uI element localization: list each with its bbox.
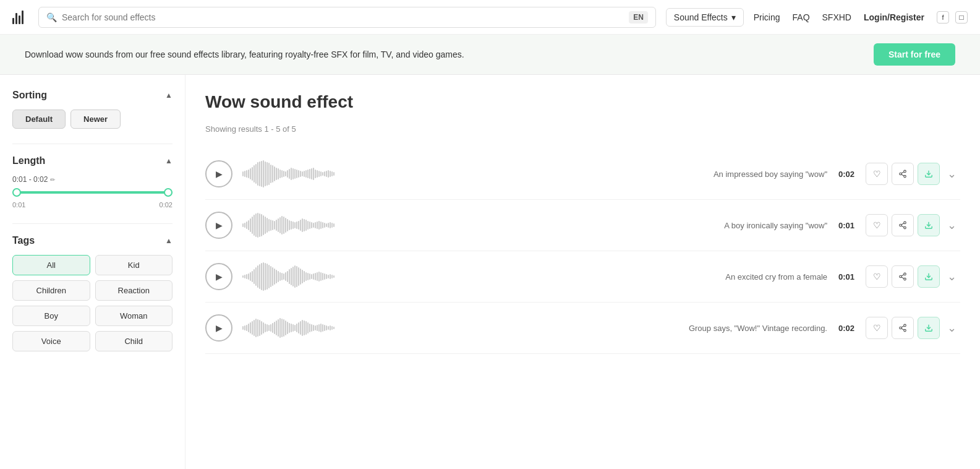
svg-point-19 xyxy=(900,327,902,329)
sorting-title: Sorting xyxy=(12,90,47,101)
slider-track xyxy=(12,191,173,194)
tag-child-button[interactable]: Child xyxy=(95,331,173,351)
svg-point-8 xyxy=(904,226,906,229)
sound-item-3: ▶An excited cry from a female0:01♡⌄ xyxy=(205,251,960,303)
sound-description-4: Group says, "Wow!" Vintage recording. xyxy=(689,324,827,333)
download-button-4[interactable] xyxy=(918,317,940,339)
favorite-button-3[interactable]: ♡ xyxy=(866,265,888,288)
slider-max-label: 0:02 xyxy=(160,201,173,209)
svg-line-3 xyxy=(901,174,904,176)
banner: Download wow sounds from our free sound … xyxy=(0,35,980,75)
favorite-button-1[interactable]: ♡ xyxy=(866,163,888,185)
logo-icon xyxy=(12,11,23,24)
search-input[interactable] xyxy=(62,12,624,22)
instagram-icon[interactable]: □ xyxy=(955,11,968,24)
share-button-2[interactable] xyxy=(892,214,914,236)
sort-newer-button[interactable]: Newer xyxy=(70,110,121,129)
logo[interactable] xyxy=(12,11,23,24)
length-range-label: 0:01 - 0:02 ✏ xyxy=(12,175,173,184)
svg-point-12 xyxy=(904,273,906,275)
sidebar: Sorting ▲ Default Newer Length ▲ 0:01 - … xyxy=(0,75,185,469)
sorting-header: Sorting ▲ xyxy=(12,90,173,101)
tags-chevron-icon: ▲ xyxy=(165,236,173,245)
play-button-4[interactable]: ▶ xyxy=(205,314,232,342)
language-badge[interactable]: EN xyxy=(629,11,648,24)
svg-point-0 xyxy=(904,170,906,173)
expand-button-3[interactable]: ⌄ xyxy=(944,267,960,286)
slider-min-label: 0:01 xyxy=(12,201,25,209)
svg-point-20 xyxy=(904,329,906,332)
tags-grid: AllKidChildrenReactionBoyWomanVoiceChild xyxy=(12,255,173,351)
action-buttons-3: ♡⌄ xyxy=(866,265,960,288)
svg-point-7 xyxy=(900,224,902,226)
expand-button-1[interactable]: ⌄ xyxy=(944,165,960,183)
sound-effects-dropdown[interactable]: Sound Effects ▾ xyxy=(666,8,744,27)
facebook-icon[interactable]: f xyxy=(937,11,949,24)
tag-boy-button[interactable]: Boy xyxy=(12,306,90,326)
tag-voice-button[interactable]: Voice xyxy=(12,331,90,351)
play-button-1[interactable]: ▶ xyxy=(205,160,232,187)
slider-thumb-min[interactable] xyxy=(12,188,21,197)
svg-line-22 xyxy=(901,326,904,327)
length-chevron-icon: ▲ xyxy=(165,157,173,165)
sound-duration-1: 0:02 xyxy=(837,170,856,179)
slider-fill xyxy=(12,191,173,194)
page-title: Wow sound effect xyxy=(205,92,960,112)
nav-pricing[interactable]: Pricing xyxy=(754,12,780,22)
download-button-3[interactable] xyxy=(918,265,940,288)
length-slider[interactable] xyxy=(12,191,173,194)
tag-all-button[interactable]: All xyxy=(12,255,90,275)
tag-woman-button[interactable]: Woman xyxy=(95,306,173,326)
svg-point-6 xyxy=(904,222,906,224)
length-section: Length ▲ 0:01 - 0:02 ✏ 0:01 0:02 xyxy=(12,155,173,209)
search-box: 🔍 EN xyxy=(38,7,656,28)
svg-line-9 xyxy=(901,226,904,227)
favorite-button-2[interactable]: ♡ xyxy=(866,214,888,236)
play-button-2[interactable]: ▶ xyxy=(205,212,232,239)
nav-faq[interactable]: FAQ xyxy=(793,12,810,22)
svg-line-15 xyxy=(901,277,904,278)
expand-button-2[interactable]: ⌄ xyxy=(944,216,960,234)
nav-links: Pricing FAQ SFXHD Login/Register f □ xyxy=(754,11,968,24)
tags-header: Tags ▲ xyxy=(12,235,173,246)
tag-reaction-button[interactable]: Reaction xyxy=(95,280,173,301)
start-free-button[interactable]: Start for free xyxy=(874,43,955,66)
banner-text: Download wow sounds from our free sound … xyxy=(25,49,464,59)
slider-thumb-max[interactable] xyxy=(164,188,173,197)
nav-login[interactable]: Login/Register xyxy=(864,12,924,22)
action-buttons-1: ♡⌄ xyxy=(866,163,960,185)
search-icon: 🔍 xyxy=(46,12,57,22)
sound-item-1: ▶An impressed boy saying "wow"0:02♡⌄ xyxy=(205,148,960,200)
svg-point-1 xyxy=(900,173,902,175)
svg-point-18 xyxy=(904,324,906,327)
nav-sfxhd[interactable]: SFXHD xyxy=(822,12,851,22)
sound-description-1: An impressed boy saying "wow" xyxy=(704,170,827,179)
favorite-button-4[interactable]: ♡ xyxy=(866,317,888,339)
main-layout: Sorting ▲ Default Newer Length ▲ 0:01 - … xyxy=(0,75,980,469)
tag-kid-button[interactable]: Kid xyxy=(95,255,173,275)
svg-line-10 xyxy=(901,223,904,225)
svg-line-4 xyxy=(901,172,904,173)
length-title: Length xyxy=(12,155,45,166)
sort-default-button[interactable]: Default xyxy=(12,110,66,129)
share-button-3[interactable] xyxy=(892,265,914,288)
download-button-2[interactable] xyxy=(918,214,940,236)
sound-item-2: ▶A boy ironically saying "wow"0:01♡⌄ xyxy=(205,200,960,251)
header: 🔍 EN Sound Effects ▾ Pricing FAQ SFXHD L… xyxy=(0,0,980,35)
tag-children-button[interactable]: Children xyxy=(12,280,90,301)
share-button-4[interactable] xyxy=(892,317,914,339)
edit-icon[interactable]: ✏ xyxy=(50,176,55,183)
sound-duration-3: 0:01 xyxy=(837,272,856,282)
waveform-2 xyxy=(242,210,694,241)
chevron-down-icon: ▾ xyxy=(731,12,736,22)
tags-title: Tags xyxy=(12,235,35,246)
expand-button-4[interactable]: ⌄ xyxy=(944,319,960,337)
sound-item-4: ▶Group says, "Wow!" Vintage recording.0:… xyxy=(205,303,960,354)
waveform-4 xyxy=(242,312,679,343)
share-button-1[interactable] xyxy=(892,163,914,185)
svg-line-16 xyxy=(901,275,904,276)
sound-duration-4: 0:02 xyxy=(837,324,856,333)
results-count: Showing results 1 - 5 of 5 xyxy=(205,124,960,134)
download-button-1[interactable] xyxy=(918,163,940,185)
play-button-3[interactable]: ▶ xyxy=(205,263,232,290)
